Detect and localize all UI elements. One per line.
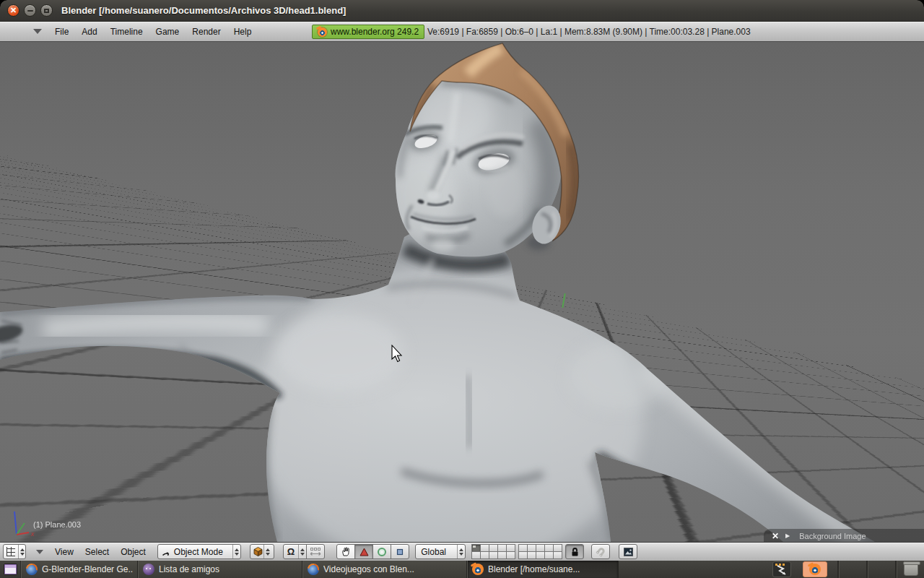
panel-title: Background Image — [799, 532, 866, 540]
background-image-panel[interactable]: ✕ ▶ Background Image — [764, 529, 924, 542]
window-title: Blender [/home/suanero/Documentos/Archiv… — [61, 5, 346, 16]
taskbar-task-videojuegos[interactable]: Videojuegos con Blen... — [302, 561, 467, 578]
layer-cell[interactable] — [553, 551, 562, 559]
firefox-icon — [26, 564, 38, 575]
lock-layers-button[interactable] — [565, 544, 584, 559]
axis-z-line — [14, 512, 17, 535]
tray-separator — [866, 561, 868, 578]
mode-dropdown-label: Object Mode — [174, 547, 230, 557]
editor-grid-icon — [6, 547, 15, 556]
viewport-header: View Select Object Object Mode Ω — [0, 542, 924, 561]
magnet-icon — [596, 546, 606, 557]
window-maximize-button[interactable] — [40, 4, 53, 17]
mode-dropdown[interactable]: Object Mode — [157, 544, 241, 559]
render-preview-button[interactable] — [619, 544, 637, 559]
panel-expand-icon[interactable]: ▶ — [785, 533, 790, 539]
menu-render[interactable]: Render — [192, 27, 220, 37]
version-badge[interactable]: www.blender.org 249.2 — [312, 25, 424, 39]
scale-manipulator-button[interactable] — [391, 544, 409, 559]
scale-square-icon — [396, 548, 404, 556]
manipulator-toggle-button[interactable] — [336, 544, 355, 559]
close-icon: ✕ — [10, 7, 17, 14]
desktop-screen: ✕ Blender [/home/suanero/Documentos/Arch… — [0, 0, 924, 578]
blender-icon — [472, 564, 484, 575]
menu-view[interactable]: View — [55, 547, 74, 557]
editor-type-spinner[interactable] — [18, 545, 25, 558]
blender-top-header: File Add Timeline Game Render Help www.b… — [0, 22, 924, 42]
layer-buttons — [471, 544, 584, 559]
draw-type-spinner[interactable] — [263, 545, 271, 558]
rotate-manipulator-button[interactable] — [372, 544, 391, 559]
pivot-dropdown-button[interactable]: Ω — [283, 544, 307, 559]
tray-separator — [837, 561, 839, 578]
tray-blender-badge[interactable] — [803, 561, 827, 577]
tray-terminal-icon[interactable] — [772, 561, 791, 577]
layer-buttons-group-2[interactable] — [518, 545, 562, 559]
layer-cell[interactable] — [471, 544, 481, 552]
rotate-ring-icon — [377, 547, 387, 557]
viewport-3d[interactable]: ✕ ▶ Background Image x (1) Plane.003 — [0, 42, 924, 542]
mode-spinner[interactable] — [232, 545, 240, 558]
menu-object[interactable]: Object — [121, 547, 146, 557]
window-list-icon — [4, 564, 17, 575]
trash-icon[interactable] — [904, 563, 918, 576]
axis-x-label: x — [30, 530, 35, 538]
tray-separator — [895, 561, 897, 578]
editor-type-button[interactable] — [3, 544, 26, 559]
version-text: www.blender.org 249.2 — [331, 27, 419, 37]
hand-icon — [341, 546, 352, 557]
panel-close-icon[interactable]: ✕ — [772, 532, 779, 540]
taskbar-task-blender[interactable]: Blender [/home/suane... — [467, 561, 619, 578]
taskbar-task-lista-de-amigos[interactable]: Lista de amigos — [138, 561, 302, 578]
menu-select[interactable]: Select — [85, 547, 109, 557]
window-titlebar[interactable]: ✕ Blender [/home/suanero/Documentos/Arch… — [0, 0, 924, 22]
solid-cube-icon — [253, 546, 263, 557]
orientation-dropdown-label: Global — [421, 547, 457, 557]
viewport-collapse-icon[interactable] — [36, 550, 43, 554]
active-object-label: (1) Plane.003 — [33, 520, 81, 529]
maximize-icon — [44, 9, 49, 13]
orientation-dropdown[interactable]: Global — [415, 544, 466, 559]
firefox-icon — [308, 564, 319, 575]
layer-buttons-group-1[interactable] — [471, 545, 515, 559]
menu-game[interactable]: Game — [156, 27, 180, 37]
snap-button[interactable] — [591, 544, 610, 559]
translate-triangle-icon — [359, 548, 369, 556]
orientation-spinner[interactable] — [457, 545, 465, 558]
menu-timeline[interactable]: Timeline — [110, 27, 143, 37]
pivot-spinner[interactable] — [298, 545, 306, 558]
blender-icon — [809, 564, 821, 575]
move-object-centers-button[interactable] — [306, 544, 325, 559]
messenger-icon — [143, 564, 154, 575]
zigzag-arrow-icon — [773, 563, 790, 577]
window-list-applet[interactable] — [0, 561, 21, 578]
pivot-median-icon: Ω — [284, 546, 298, 557]
translate-manipulator-button[interactable] — [354, 544, 373, 559]
draw-type-button[interactable] — [250, 544, 274, 559]
taskbar-task-gblender[interactable]: G-Blender-Blender Ge... — [21, 561, 138, 578]
object-mode-icon — [161, 547, 171, 557]
window-close-button[interactable]: ✕ — [7, 4, 19, 17]
menu-file[interactable]: File — [55, 27, 69, 37]
menu-add[interactable]: Add — [82, 27, 97, 37]
axis-gizmo: x — [4, 507, 36, 540]
layer-cell[interactable] — [506, 551, 515, 559]
scene-stats: Ve:6919 | Fa:6859 | Ob:6–0 | La:1 | Mem:… — [427, 22, 751, 42]
image-icon — [623, 547, 634, 557]
lock-icon — [570, 547, 580, 557]
object-centers-icon — [310, 547, 321, 557]
menu-help[interactable]: Help — [234, 27, 252, 37]
mouse-cursor — [391, 345, 404, 363]
window-minimize-button[interactable] — [24, 4, 36, 17]
model-bust[interactable] — [0, 42, 924, 542]
blender-logo-icon — [318, 27, 327, 37]
minimize-icon — [27, 10, 33, 12]
header-collapse-icon[interactable] — [33, 29, 42, 34]
